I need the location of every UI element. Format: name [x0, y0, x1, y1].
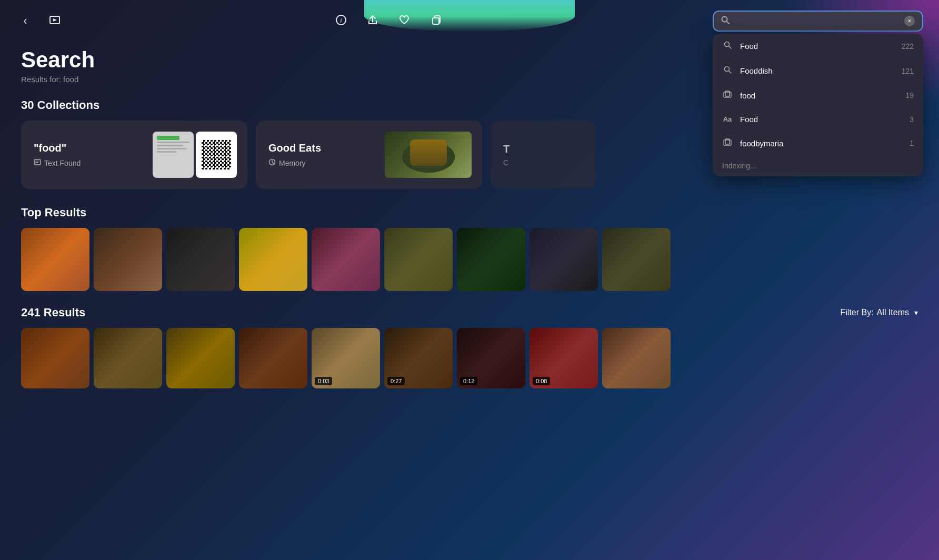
top-result-photo-1[interactable]: [21, 228, 89, 291]
share-icon: [367, 14, 378, 28]
share-button[interactable]: [363, 12, 382, 31]
dropdown-item-food[interactable]: Food 222: [713, 34, 923, 58]
collection-title-1: "food": [34, 142, 81, 154]
slideshow-icon: [49, 14, 61, 28]
copy-icon: [430, 14, 442, 28]
filter-button[interactable]: Filter By: All Items ▾: [841, 308, 918, 317]
top-result-photo-8[interactable]: [530, 228, 598, 291]
indexing-status: Indexing...: [713, 155, 923, 176]
collection-qr-image: [196, 132, 237, 178]
dropdown-label-3: food: [740, 91, 898, 100]
memory-icon: [268, 158, 276, 167]
indexing-label: Indexing...: [722, 162, 756, 170]
top-result-photo-7[interactable]: [457, 228, 525, 291]
collection-meta-label-2: Memory: [279, 159, 306, 167]
text-found-icon: [34, 158, 41, 167]
result-photo-5[interactable]: 0:03: [312, 328, 380, 388]
result-photo-2[interactable]: [94, 328, 162, 388]
collection-images-2: [385, 132, 472, 178]
dropdown-count-3: 19: [905, 91, 914, 99]
partial-card-meta: C: [503, 158, 510, 167]
dropdown-count-4: 3: [910, 115, 914, 124]
dropdown-count-2: 121: [902, 67, 914, 75]
toolbar-center: i: [75, 12, 702, 31]
qr-pattern: [202, 140, 231, 169]
collection-card-food-text[interactable]: "food" Text Found: [21, 121, 247, 189]
dropdown-item-food-album[interactable]: food 19: [713, 83, 923, 107]
svg-rect-3: [433, 18, 439, 24]
results-header: 241 Results Filter By: All Items ▾: [21, 306, 918, 319]
top-result-photo-9[interactable]: [602, 228, 671, 291]
result-photo-1[interactable]: [21, 328, 89, 388]
top-results-header: Top Results: [21, 206, 918, 219]
subtitle-prefix: Results for:: [21, 75, 61, 84]
duration-badge-7: 0:12: [460, 377, 477, 385]
top-result-photo-6[interactable]: [384, 228, 453, 291]
filter-prefix: Filter By:: [841, 308, 874, 317]
result-photo-6[interactable]: 0:27: [384, 328, 453, 388]
heart-button[interactable]: [395, 12, 414, 31]
dropdown-search-icon-1: [722, 41, 733, 51]
search-dropdown: Food 222 Fooddish 121: [713, 34, 923, 176]
toolbar: ‹ i: [0, 0, 939, 42]
partial-card-title: T: [503, 143, 510, 155]
collection-meta-label-1: Text Found: [44, 159, 81, 167]
info-button[interactable]: i: [332, 12, 351, 31]
collection-images-1: [153, 132, 237, 178]
duration-badge-8: 0:08: [533, 377, 550, 385]
dropdown-album-icon-3: [722, 91, 733, 100]
chevron-down-icon: ▾: [914, 308, 918, 317]
collection-card-partial[interactable]: T C: [491, 121, 596, 189]
collection-card-good-eats[interactable]: Good Eats Memory: [256, 121, 482, 189]
collection-meta-2: Memory: [268, 158, 321, 167]
subtitle-term: food: [63, 75, 78, 84]
collection-food-image: [385, 132, 472, 178]
svg-line-5: [727, 22, 730, 24]
partial-card-content: T C: [503, 143, 510, 167]
copy-button[interactable]: [426, 12, 445, 31]
dropdown-item-food-text[interactable]: Aa Food 3: [713, 107, 923, 131]
svg-line-9: [728, 71, 731, 74]
result-photo-3[interactable]: [166, 328, 235, 388]
top-result-photo-2[interactable]: [94, 228, 162, 291]
collection-title-2: Good Eats: [268, 142, 321, 154]
search-clear-button[interactable]: ×: [904, 16, 915, 26]
collection-card-info-2: Good Eats Memory: [268, 142, 321, 167]
top-result-photo-5[interactable]: [312, 228, 380, 291]
top-result-photo-3[interactable]: [166, 228, 235, 291]
result-photo-4[interactable]: [239, 328, 307, 388]
results-count: 241 Results: [21, 306, 85, 319]
dropdown-label-4: Food: [740, 115, 902, 124]
slideshow-button[interactable]: [45, 12, 64, 31]
toolbar-left: ‹: [16, 12, 64, 31]
top-result-photo-4[interactable]: [239, 228, 307, 291]
collection-card-info-1: "food" Text Found: [34, 142, 81, 167]
search-container: food × Food 222: [713, 11, 923, 32]
dropdown-label-1: Food: [740, 42, 894, 51]
duration-badge-6: 0:27: [387, 377, 405, 385]
dropdown-label-2: Fooddish: [740, 66, 894, 75]
result-photo-8[interactable]: 0:08: [530, 328, 598, 388]
info-icon: i: [335, 14, 347, 28]
search-input[interactable]: food: [735, 16, 899, 26]
dropdown-count-5: 1: [910, 139, 914, 147]
dropdown-item-foodbymaria[interactable]: foodbymaria 1: [713, 131, 923, 155]
dropdown-count-1: 222: [902, 42, 914, 51]
search-icon: [721, 16, 730, 26]
collection-meta-1: Text Found: [34, 158, 81, 167]
collection-doc-image: [153, 132, 194, 178]
dropdown-search-icon-2: [722, 66, 733, 76]
dropdown-album-icon-5: [722, 138, 733, 148]
main-container: ‹ i: [0, 0, 939, 560]
svg-line-7: [728, 46, 731, 49]
dropdown-text-icon-4: Aa: [722, 115, 733, 123]
heart-icon: [398, 14, 410, 28]
result-photo-9[interactable]: [602, 328, 671, 388]
result-photo-7[interactable]: 0:12: [457, 328, 525, 388]
results-grid: 0:03 0:27 0:12 0:08: [21, 328, 918, 388]
search-bar: food ×: [713, 11, 923, 32]
back-button[interactable]: ‹: [16, 12, 35, 31]
dropdown-item-fooddish[interactable]: Fooddish 121: [713, 58, 923, 83]
duration-badge-5: 0:03: [315, 377, 332, 385]
clear-icon: ×: [907, 17, 911, 25]
